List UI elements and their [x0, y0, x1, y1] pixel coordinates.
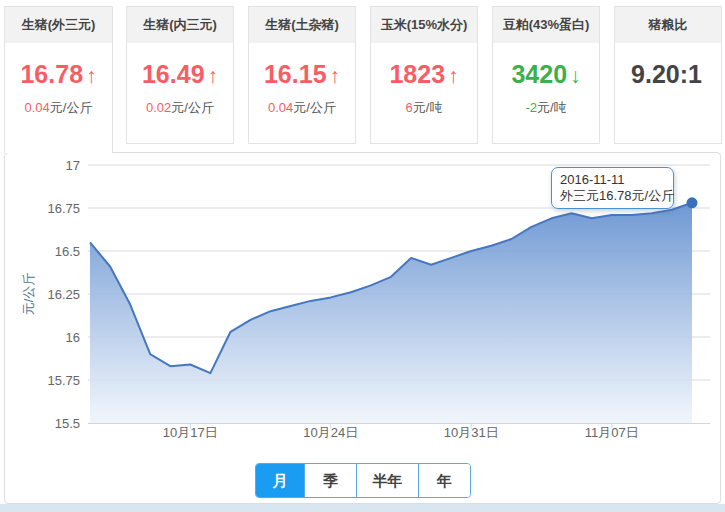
tooltip-date: 2016-11-11: [560, 172, 665, 188]
y-axis-tick-label: 16: [66, 330, 80, 345]
card-title: 猪粮比: [615, 7, 721, 43]
price-card-neisanyuan[interactable]: 生猪(内三元) 16.49↑ 0.02元/公斤: [126, 6, 234, 144]
card-change-row: 0.04元/公斤: [5, 99, 112, 117]
up-arrow-icon: ↑: [330, 64, 341, 87]
card-unit: 元/公斤: [293, 100, 336, 115]
card-value: 16.49: [142, 60, 205, 88]
tooltip-value: 外三元16.78元/公斤: [560, 188, 665, 204]
card-change-row: 6元/吨: [371, 99, 477, 117]
y-axis-title: 元/公斤: [21, 273, 36, 316]
y-axis-tick-label: 15.75: [47, 373, 80, 388]
chart-tooltip: 2016-11-11 外三元16.78元/公斤: [551, 167, 674, 209]
price-card-hog-grain-ratio[interactable]: 猪粮比 9.20:1: [614, 6, 722, 144]
card-value-row: 9.20:1: [615, 60, 721, 89]
card-title: 豆粕(43%蛋白): [493, 7, 599, 43]
card-unit: 元/公斤: [171, 100, 214, 115]
up-arrow-icon: ↑: [208, 64, 219, 87]
card-value-row: 16.15↑: [249, 60, 355, 89]
card-unit: 元/公斤: [50, 100, 93, 115]
x-axis-tick-label: 10月17日: [163, 425, 218, 440]
card-title: 生猪(土杂猪): [249, 7, 355, 43]
tab-month[interactable]: 月: [256, 464, 304, 497]
card-title: 生猪(外三元): [5, 7, 112, 43]
price-card-waisanyuan[interactable]: 生猪(外三元) 16.78↑ 0.04元/公斤: [4, 6, 113, 153]
card-value-row: 16.49↑: [127, 60, 233, 89]
y-axis-tick-label: 17: [66, 158, 80, 173]
card-change: 0.04: [25, 100, 50, 115]
period-tab-group: 月 季 半年 年: [255, 463, 471, 498]
y-axis-tick-label: 16.75: [47, 201, 80, 216]
tab-year[interactable]: 年: [418, 464, 470, 497]
card-unit: 元/吨: [537, 100, 567, 115]
card-change-row: 0.02元/公斤: [127, 99, 233, 117]
card-title: 生猪(内三元): [127, 7, 233, 43]
area-fill: [90, 203, 692, 423]
y-axis-tick-label: 16.5: [55, 244, 80, 259]
price-card-tuzazhu[interactable]: 生猪(土杂猪) 16.15↑ 0.04元/公斤: [248, 6, 356, 144]
card-value-row: 1823↑: [371, 60, 477, 89]
x-axis-tick-label: 11月07日: [585, 425, 639, 440]
x-axis-tick-label: 10月24日: [303, 425, 358, 440]
card-change: 6: [406, 100, 413, 115]
last-point-marker: [687, 197, 698, 208]
card-change-row: 0.04元/公斤: [249, 99, 355, 117]
card-value-row: 16.78↑: [5, 60, 112, 89]
x-axis-tick-label: 10月31日: [444, 425, 499, 440]
y-axis-tick-label: 16.25: [47, 287, 80, 302]
y-axis-tick-label: 15.5: [55, 416, 80, 431]
price-card-corn[interactable]: 玉米(15%水分) 1823↑ 6元/吨: [370, 6, 478, 144]
tab-quarter[interactable]: 季: [304, 464, 356, 497]
card-value: 3420: [511, 60, 567, 88]
card-value: 16.78: [20, 60, 83, 88]
dashboard: 生猪(外三元) 16.78↑ 0.04元/公斤 生猪(内三元) 16.49↑ 0…: [0, 0, 725, 512]
card-value: 9.20:1: [631, 60, 702, 88]
up-arrow-icon: ↑: [448, 64, 459, 87]
card-change: -2: [525, 100, 537, 115]
tab-half-year[interactable]: 半年: [356, 464, 418, 497]
card-value: 16.15: [264, 60, 327, 88]
card-value-row: 3420↓: [493, 60, 599, 89]
card-unit: 元/吨: [413, 100, 443, 115]
card-change: 0.04: [268, 100, 293, 115]
down-arrow-icon: ↓: [570, 64, 581, 87]
card-title: 玉米(15%水分): [371, 7, 477, 43]
card-value: 1823: [389, 60, 445, 88]
card-change: 0.02: [146, 100, 171, 115]
card-change-row: -2元/吨: [493, 99, 599, 117]
up-arrow-icon: ↑: [86, 64, 97, 87]
price-card-soybean-meal[interactable]: 豆粕(43%蛋白) 3420↓ -2元/吨: [492, 6, 600, 144]
